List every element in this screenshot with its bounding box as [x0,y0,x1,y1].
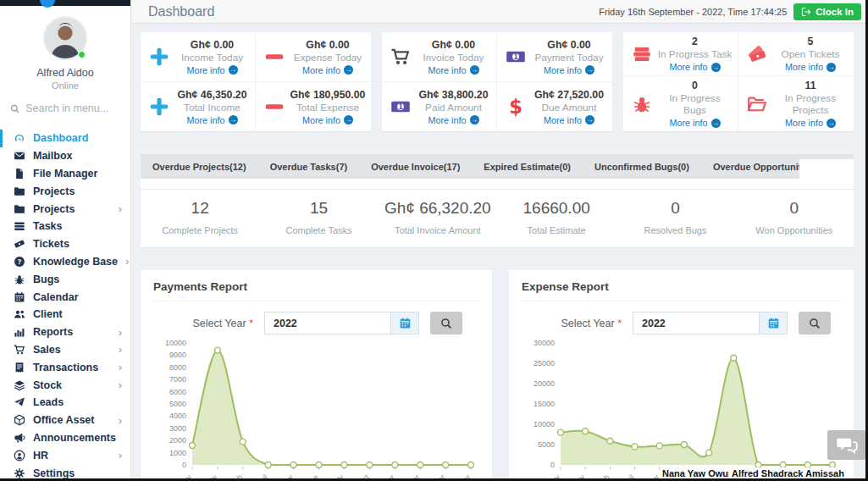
more-info-link[interactable]: More info→ [657,118,733,128]
stat-value: Gh¢ 0.00 [531,39,607,51]
sidebar-item[interactable]: Reports › [0,323,130,341]
svg-text:0: 0 [182,461,186,469]
svg-text:6000: 6000 [169,388,186,396]
sidebar-item[interactable]: Projects › [0,182,130,200]
tab[interactable]: Expired Estimate(0) [484,162,571,172]
chat-bubbles-icon [836,436,858,454]
summary-item: 0 Resolved Bugs [616,199,734,235]
sidebar-item[interactable]: File Manager › [0,165,130,183]
svg-text:20000: 20000 [534,379,555,388]
sidebar-item[interactable]: HR › [0,446,130,464]
more-info-link[interactable]: More info→ [174,115,250,125]
svg-text:7000: 7000 [169,375,186,384]
stat-card-icon [747,94,772,114]
more-info-link[interactable]: More info→ [657,62,733,72]
chat-button[interactable] [827,430,865,460]
tab[interactable]: Overdue Tasks(7) [270,162,348,172]
sidebar-item[interactable]: Dashboard › [0,130,130,147]
sidebar-item[interactable]: Leads › [0,394,130,412]
more-info-link[interactable]: More info→ [416,65,491,75]
summary-item: 15 Complete Tasks [259,199,378,235]
svg-text:5000: 5000 [538,440,555,449]
stat-value: 0 [657,80,733,91]
stat-card-icon [149,97,174,117]
stat-value: 5 [772,36,849,47]
stat-card-group-money: Gh¢ 0.00 Income Today More info→ Gh¢ 0.0… [141,32,371,131]
calendar-picker-button[interactable] [759,312,787,334]
arrow-circle-icon: → [470,115,479,124]
sidebar-item[interactable]: Mailbox › [0,147,130,165]
sidebar-search [10,102,120,114]
stat-value: 2 [657,36,733,47]
year-input[interactable] [265,312,390,334]
sidebar-item[interactable]: Tasks › [0,218,130,235]
more-info-link[interactable]: More info→ [416,115,491,125]
svg-text:2000: 2000 [169,436,186,445]
chart-controls: Select Year * [153,312,479,334]
calendar-picker-button[interactable] [390,312,418,334]
sidebar-item-icon [14,432,25,444]
sidebar-item[interactable]: Bugs › [0,270,130,288]
more-info-link[interactable]: More info→ [174,65,250,75]
chevron-right-icon: › [119,344,122,355]
stat-card: 5 Open Tickets More info→ [738,32,854,76]
chart-search-button[interactable] [799,312,831,334]
select-year-label: Select Year * [153,318,253,329]
sidebar-item[interactable]: Calendar › [0,288,130,306]
tab[interactable]: Overdue Projects(12) [152,162,246,172]
more-info-link[interactable]: More info→ [772,62,849,72]
main-area: Dashboard Friday 16th September - 2022, … [132,0,868,481]
arrow-circle-icon: → [344,115,353,124]
stat-card: Gh¢ 0.00 Expense Today More info→ [256,32,371,82]
calendar-icon [767,317,780,329]
more-info-link[interactable]: More info→ [290,115,366,125]
sidebar-item[interactable]: Stock › [0,376,130,394]
tab[interactable]: Unconfirmed Bugs(0) [594,162,689,172]
page-title: Dashboard [148,4,214,19]
stat-card: Gh¢ 0.00 Income Today More info→ [141,32,256,82]
stat-card-icon [390,47,416,67]
sidebar-item[interactable]: Client › [0,306,130,323]
panel-title: Expense Report [522,280,841,301]
summary-value: 12 [141,199,259,218]
sidebar-item-label: Tasks [33,220,63,232]
search-input[interactable] [25,102,120,114]
svg-text:4000: 4000 [169,412,186,420]
select-year-label: Select Year * [522,318,622,329]
chart-search-button[interactable] [430,312,462,334]
sidebar-item[interactable]: Projects › [0,200,130,218]
sidebar-item-icon [14,168,25,180]
stat-card-icon [506,47,531,67]
stat-card-icon [390,97,416,117]
sidebar-item[interactable]: Knowledge Base › [0,253,130,271]
expense-report-panel: Expense Report Select Year * 05000100001… [509,270,854,481]
sidebar-item[interactable]: Sales › [0,341,130,359]
more-info-link[interactable]: More info→ [531,115,607,125]
sidebar-item[interactable]: Tickets › [0,235,130,253]
sidebar-item-label: Projects [33,185,75,197]
sidebar-item-icon [14,150,25,162]
summary-value: 0 [616,199,734,218]
sidebar-item-icon [14,274,25,285]
sidebar-item[interactable]: Transactions › [0,358,130,376]
more-info-link[interactable]: More info→ [531,65,607,75]
sidebar-item-icon [14,379,25,391]
sidebar-item[interactable]: Announcements › [0,429,130,447]
sidebar-item-label: Bugs [33,274,59,285]
tabsbar-corner [799,159,854,179]
more-info-link[interactable]: More info→ [772,118,849,128]
charts-row: Payments Report Select Year * 0100020003… [141,270,854,481]
stat-label: Payment Today [531,52,607,64]
online-status-dot [78,51,86,58]
tab[interactable]: Overdue Invoice(17) [371,162,460,172]
clock-in-button[interactable]: Clock In [793,3,861,20]
sidebar-item[interactable]: Office Asset › [0,412,130,429]
stat-card: 11 In Progress Projects More info→ [738,76,854,131]
more-info-link[interactable]: More info→ [290,65,366,75]
sidebar-item-icon [14,414,25,426]
arrow-circle-icon: → [229,65,238,75]
sidebar-item-icon [14,220,25,232]
year-input[interactable] [633,312,759,334]
user-avatar-wrap [43,16,87,60]
stat-value: Gh¢ 0.00 [174,39,250,51]
